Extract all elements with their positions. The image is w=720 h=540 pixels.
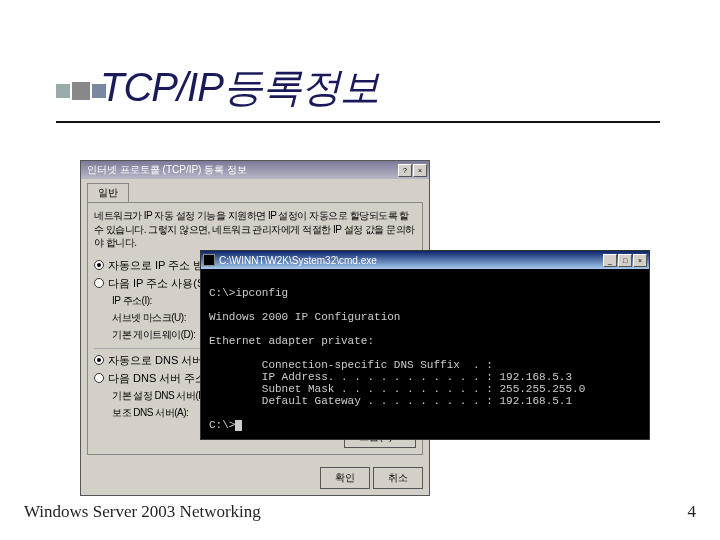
cmd-window: C:\WINNT\W2K\System32\cmd.exe _ □ × C:\>… — [200, 250, 650, 440]
dialog-titlebar[interactable]: 인터넷 프로토콜 (TCP/IP) 등록 정보 ? × — [81, 161, 429, 179]
close-button[interactable]: × — [633, 254, 647, 267]
radio-icon — [94, 260, 104, 270]
cmd-title-text: C:\WINNT\W2K\System32\cmd.exe — [219, 255, 602, 266]
dialog-title-text: 인터넷 프로토콜 (TCP/IP) 등록 정보 — [83, 163, 397, 177]
dialog-description: 네트워크가 IP 자동 설정 기능을 지원하면 IP 설정이 자동으로 할당되도… — [94, 209, 416, 250]
cmd-icon — [203, 254, 215, 266]
tab-general[interactable]: 일반 — [87, 183, 129, 202]
accent-squares — [56, 84, 108, 102]
terminal-output[interactable]: C:\>ipconfig Windows 2000 IP Configurati… — [201, 269, 649, 439]
help-button[interactable]: ? — [398, 164, 412, 177]
maximize-button[interactable]: □ — [618, 254, 632, 267]
cmd-titlebar[interactable]: C:\WINNT\W2K\System32\cmd.exe _ □ × — [201, 251, 649, 269]
ok-button[interactable]: 확인 — [320, 467, 370, 489]
radio-label: 다음 IP 주소 사용(S): — [108, 276, 211, 291]
radio-icon — [94, 355, 104, 365]
title-area: TCP/IP등록정보 — [60, 60, 660, 123]
slide: TCP/IP등록정보 인터넷 프로토콜 (TCP/IP) 등록 정보 ? × 일… — [0, 0, 720, 540]
minimize-button[interactable]: _ — [603, 254, 617, 267]
radio-icon — [94, 278, 104, 288]
accent-sq — [56, 84, 70, 98]
slide-title: TCP/IP등록정보 — [100, 60, 660, 115]
radio-icon — [94, 373, 104, 383]
cursor-icon — [235, 420, 242, 431]
terminal-text: C:\>ipconfig Windows 2000 IP Configurati… — [209, 287, 585, 431]
title-rule — [56, 121, 660, 123]
close-button[interactable]: × — [413, 164, 427, 177]
slide-footer: Windows Server 2003 Networking 4 — [24, 502, 696, 522]
accent-sq — [92, 84, 106, 98]
dialog-buttons: 확인 취소 — [81, 461, 429, 495]
footer-text: Windows Server 2003 Networking — [24, 502, 261, 522]
cancel-button[interactable]: 취소 — [373, 467, 423, 489]
accent-sq — [72, 82, 90, 100]
page-number: 4 — [688, 502, 697, 522]
